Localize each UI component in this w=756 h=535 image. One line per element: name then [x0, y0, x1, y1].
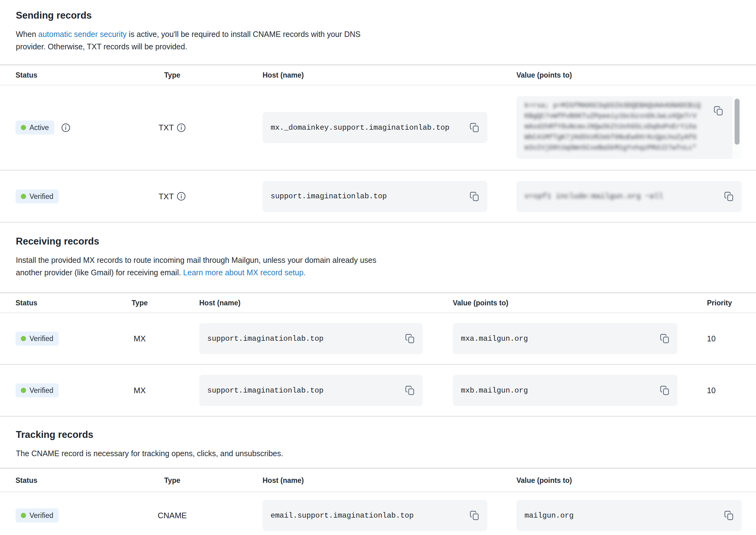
description-text: When	[16, 30, 38, 39]
host-value-box: mx._domainkey.support.imaginationlab.top	[263, 112, 487, 143]
automatic-sender-security-link[interactable]: automatic sender security	[38, 30, 126, 39]
info-icon[interactable]	[61, 123, 70, 132]
record-value: mailgun.org	[524, 511, 574, 520]
copy-icon[interactable]	[713, 105, 724, 116]
table-row: Verified TXT support.imaginationlab.top …	[0, 171, 756, 223]
tracking-table-header: Status Type Host (name) Value (points to…	[0, 469, 756, 492]
receiving-records-description: Install the provided MX records to route…	[16, 254, 756, 279]
column-header-status: Status	[15, 71, 37, 79]
info-icon[interactable]	[177, 192, 186, 201]
status-badge: Verified	[15, 332, 59, 346]
description-text: provider. Otherwise, TXT records will be…	[16, 42, 187, 51]
column-header-value: Value (points to)	[517, 476, 742, 484]
receiving-records-heading: Receiving records	[16, 223, 756, 248]
sending-records-description: When automatic sender security is active…	[16, 28, 756, 53]
value-cell: k=rsa; p=MIGfMA0GCSqGSIb3DQEBAQUAA4GNADC…	[517, 96, 742, 159]
info-icon[interactable]	[177, 123, 186, 132]
host-value-box: support.imaginationlab.top	[199, 375, 423, 406]
copy-icon[interactable]	[469, 510, 480, 521]
receiving-records-table: Status Type Host (name) Value (points to…	[0, 292, 756, 417]
column-header-type: Type	[146, 476, 199, 484]
redacted-value-line: m3sIVjD8tUqOWn5CxeBaSkM1gYvhqzPRdJ27wTnL…	[524, 143, 712, 153]
record-type: MX	[134, 334, 146, 344]
status-dot-icon	[21, 388, 26, 393]
sending-records-table: Status Type Host (name) Value (points to…	[0, 64, 756, 223]
scrollbar-thumb[interactable]	[735, 99, 740, 145]
table-row: Verified MX support.imaginationlab.top m…	[0, 365, 756, 417]
record-value: mxb.mailgun.org	[461, 386, 528, 395]
dns-records-page: Sending records When automatic sender se…	[0, 0, 756, 535]
table-row: Verified CNAME email.support.imagination…	[0, 492, 756, 535]
column-header-host: Host (name)	[263, 71, 487, 79]
column-header-host: Host (name)	[199, 299, 423, 307]
copy-icon[interactable]	[469, 122, 480, 133]
redacted-value-line: k=rsa; p=MIGfMA0GCSqGSIb3DQEBAQUAA4GNADC…	[524, 100, 712, 111]
copy-icon[interactable]	[405, 385, 415, 396]
record-type: TXT	[158, 123, 174, 132]
status-dot-icon	[21, 513, 26, 518]
copy-icon[interactable]	[724, 191, 734, 202]
host-name: support.imaginationlab.top	[207, 386, 323, 395]
record-type: TXT	[158, 191, 174, 201]
copy-icon[interactable]	[405, 333, 415, 344]
mx-record-setup-link[interactable]: Learn more about MX record setup.	[183, 268, 306, 277]
host-cell: mx._domainkey.support.imaginationlab.top	[263, 112, 487, 143]
column-header-type: Type	[146, 71, 199, 79]
host-name: mx._domainkey.support.imaginationlab.top	[271, 124, 449, 132]
record-value: mxa.mailgun.org	[461, 334, 528, 343]
description-text: another provider (like Gmail) for receiv…	[16, 268, 183, 277]
host-cell: support.imaginationlab.top	[263, 181, 487, 212]
host-name: support.imaginationlab.top	[207, 334, 323, 343]
host-value-box: email.support.imaginationlab.top	[263, 500, 487, 531]
status-cell: Verified	[15, 189, 59, 203]
value-cell: mxa.mailgun.org	[453, 323, 678, 354]
sending-records-section: Sending records When automatic sender se…	[0, 0, 756, 223]
table-row: Active TXT mx._domainkey.support.imagina…	[0, 85, 756, 171]
status-dot-icon	[21, 336, 26, 341]
redacted-value-line: KBgQC7vWfPvB6KTuZPpeeiy1bcGzxnDkJwLoXQeT…	[524, 111, 712, 122]
status-badge: Verified	[15, 509, 59, 522]
copy-icon[interactable]	[724, 510, 734, 521]
tracking-records-description: The CNAME record is necessary for tracki…	[16, 447, 756, 460]
value-cell: mailgun.org	[517, 500, 742, 531]
tracking-records-heading: Tracking records	[16, 417, 756, 441]
record-value-box: k=rsa; p=MIGfMA0GCSqGSIb3DQEBAQUAA4GNADC…	[517, 96, 742, 159]
copy-icon[interactable]	[659, 333, 670, 344]
priority-cell: 10	[707, 386, 716, 395]
type-cell: TXT	[146, 191, 199, 201]
column-header-type: Type	[113, 299, 166, 307]
record-value-box: v=spf1 include:mailgun.org ~all	[517, 181, 742, 212]
status-cell: Verified	[15, 509, 59, 522]
copy-icon[interactable]	[659, 385, 670, 396]
sending-records-heading: Sending records	[16, 0, 756, 22]
copy-icon[interactable]	[469, 191, 480, 202]
redacted-value-line: mAsd2hRfY8uNcmxJ9Qw3kZtUvhG5LsDq8oPnErYi…	[524, 122, 712, 132]
column-header-value: Value (points to)	[453, 299, 678, 307]
type-cell: TXT	[146, 123, 199, 132]
host-cell: support.imaginationlab.top	[199, 323, 423, 354]
tracking-records-table: Status Type Host (name) Value (points to…	[0, 468, 756, 535]
status-cell: Verified	[15, 332, 59, 346]
column-header-status: Status	[15, 476, 37, 484]
record-value-box: mxa.mailgun.org	[453, 323, 678, 354]
description-text: is active, you'll be required to install…	[126, 30, 361, 39]
status-dot-icon	[21, 194, 26, 199]
column-header-host: Host (name)	[263, 476, 487, 484]
column-header-priority: Priority	[707, 299, 732, 307]
sending-table-header: Status Type Host (name) Value (points to…	[0, 66, 756, 85]
type-cell: CNAME	[146, 511, 199, 521]
receiving-table-header: Status Type Host (name) Value (points to…	[0, 293, 756, 313]
record-value-box: mxb.mailgun.org	[453, 375, 678, 406]
host-value-box: support.imaginationlab.top	[199, 323, 423, 354]
value-cell: v=spf1 include:mailgun.org ~all	[517, 181, 742, 212]
receiving-records-section: Receiving records Install the provided M…	[0, 223, 756, 417]
type-cell: MX	[113, 386, 166, 395]
host-cell: email.support.imaginationlab.top	[263, 500, 487, 531]
status-cell: Active	[15, 121, 70, 135]
priority-cell: 10	[707, 334, 716, 343]
record-type: MX	[134, 386, 146, 395]
status-cell: Verified	[15, 383, 59, 398]
host-name: email.support.imaginationlab.top	[271, 511, 414, 520]
status-badge: Verified	[15, 383, 59, 398]
redacted-value-line: v=spf1 include:mailgun.org ~all	[524, 192, 663, 201]
